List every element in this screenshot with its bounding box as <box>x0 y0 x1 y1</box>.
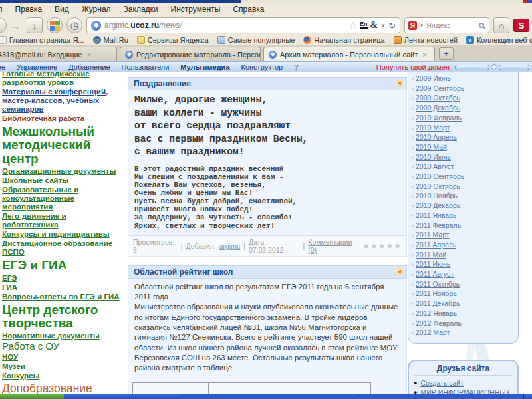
back-button[interactable]: ← <box>0 17 7 33</box>
menu-item[interactable]: Файл <box>0 5 3 14</box>
tab-close-icon[interactable]: × <box>87 51 91 59</box>
sidebar-link[interactable]: Музеи <box>2 362 121 371</box>
archive-link[interactable]: 2009 Декабрь <box>416 104 460 112</box>
archive-link[interactable]: 2010 Декабрь <box>416 201 460 209</box>
tab-archive-materials[interactable]: Архив материалов - Персональный сайт × <box>263 47 435 61</box>
archive-link[interactable]: 2011 Август <box>416 270 454 278</box>
archive-link[interactable]: 2010 Сентябрь <box>416 172 464 180</box>
archive-link[interactable]: 2009 Сентябрь <box>416 84 464 92</box>
admin-menu-item[interactable]: ? <box>294 63 298 71</box>
sidebar-link[interactable]: Нормативные документы <box>2 332 121 340</box>
url-text[interactable]: argimc.ucoz.ru/news/ <box>104 21 345 30</box>
author-link[interactable]: argimc <box>219 242 241 250</box>
menu-item[interactable]: Инструменты <box>171 5 221 14</box>
sidebar-link[interactable]: Школьные сайты <box>2 176 121 185</box>
rating-stars[interactable]: ★★★★★ <box>362 241 402 251</box>
admin-menu-item[interactable]: Управление <box>17 63 57 71</box>
sidebar-link[interactable]: Готовые методические разработки уроков <box>2 72 121 87</box>
admin-menu-item[interactable]: Пользователи <box>122 63 170 71</box>
search-engine-dropdown-icon[interactable]: ▼ <box>419 23 424 29</box>
sidebar-link[interactable]: Библиотечная работа <box>2 114 121 123</box>
translate-extension-icon[interactable]: En <box>360 21 368 29</box>
archive-link[interactable]: 2012 Январь <box>416 309 457 317</box>
bookmark-item[interactable]: e Коллекция веб-фраг... <box>466 36 532 44</box>
admin-menu-item[interactable]: Конструктор <box>241 63 283 71</box>
yandex-icon[interactable]: Я <box>408 21 417 30</box>
reload-icon[interactable]: ↻ <box>388 21 396 31</box>
search-icon[interactable] <box>479 23 484 28</box>
archive-link[interactable]: 2012 Март <box>416 329 450 336</box>
menu-item[interactable]: Правка <box>15 5 43 14</box>
menu-item[interactable]: Справка <box>233 5 264 14</box>
archive-link[interactable]: 2011 Январь <box>416 211 457 219</box>
bookmark-item[interactable]: @ Mail.Ru <box>93 36 128 44</box>
speed-dial-button[interactable] <box>47 17 63 33</box>
archive-link[interactable]: 2009 Июнь <box>416 74 451 82</box>
home-button[interactable]: ⌂ <box>493 17 509 33</box>
sidebar-link[interactable]: Конкурсы и пединициативы <box>2 230 121 239</box>
archive-link[interactable]: 2011 Апрель <box>416 241 456 249</box>
start-button-fragment[interactable] <box>0 394 64 399</box>
download-arrow-button[interactable]: ↓ <box>27 17 43 33</box>
archive-link[interactable]: 2011 Декабрь <box>416 299 460 307</box>
window-controls-fragment[interactable] <box>523 0 532 3</box>
forward-icon[interactable]: → <box>11 20 23 31</box>
sidebar-link[interactable]: Межшкольный методический центр <box>2 125 121 166</box>
bookmark-item[interactable]: Начальная страница <box>303 36 384 44</box>
admin-menu-item[interactable]: Мультимедиа <box>180 63 229 71</box>
search-box[interactable]: Я ▼ Яндекс <box>404 17 489 33</box>
sidebar-link[interactable]: ЕГЭ <box>2 274 121 283</box>
sidebar-link[interactable]: НОУ <box>2 353 121 362</box>
bookmark-star-icon[interactable]: ☆ <box>348 20 357 31</box>
ampersand-extension-icon[interactable]: & <box>370 20 378 31</box>
archive-link[interactable]: 2011 Март <box>416 231 450 239</box>
sidebar-link[interactable]: Дистанционное образование ПСПО <box>2 239 121 257</box>
sidebar-link[interactable]: Допобразование (направления) <box>2 382 121 394</box>
search-input[interactable]: Яндекс <box>426 21 477 29</box>
friend-link[interactable]: Создать сайт <box>420 379 464 388</box>
taskbar-window-button[interactable] <box>180 394 352 399</box>
tab-mail-inbox[interactable]: mc74318@mail.ru: Входящие × <box>0 47 117 61</box>
sidebar-link[interactable]: Образовательные и консультационные мероп… <box>2 186 121 211</box>
bookmark-item[interactable]: Самые популярные <box>217 36 295 44</box>
archive-link[interactable]: 2010 Май <box>416 143 447 151</box>
archive-link[interactable]: 2010 Февраль <box>416 114 462 122</box>
bookmark-item[interactable]: Сервисы Яндекса <box>137 36 209 44</box>
tab-edit-material[interactable]: Редактирование материала - Персона... × <box>120 47 261 61</box>
archive-link[interactable]: 2011 Февраль <box>416 221 461 229</box>
archive-link[interactable]: 2011 Октябрь <box>416 280 460 288</box>
menu-item[interactable]: Закладки <box>124 5 158 14</box>
sidebar-link[interactable]: Конкурсы <box>2 372 121 380</box>
menu-item[interactable]: Журнал <box>82 5 111 14</box>
sidebar-link[interactable]: Центр детского творчества <box>2 303 121 331</box>
collapse-arrow-icon[interactable]: ◄ <box>395 80 404 86</box>
new-tab-button[interactable]: + <box>439 47 454 60</box>
sidebar-link[interactable]: ЕГЭ и ГИА <box>2 259 121 273</box>
sidebar-link[interactable]: Лего-движение и робототехника <box>2 212 121 229</box>
collapse-arrow-icon[interactable]: ◄ <box>395 268 404 275</box>
archive-link[interactable]: 2011 Ноябрь <box>416 289 457 297</box>
archive-link[interactable]: 2010 Апрель <box>416 133 457 141</box>
archive-link[interactable]: 2012 Февраль <box>416 319 462 327</box>
history-button[interactable]: ◷ <box>66 17 82 33</box>
sidebar-link[interactable]: Вопросы-ответы по ЕГЭ и ГИА <box>2 293 121 301</box>
archive-link[interactable]: 2010 Март <box>416 124 450 132</box>
sidebar-link[interactable]: Материалы с конференций, мастер-классов,… <box>2 88 121 114</box>
archive-link[interactable]: 2010 Октябрь <box>416 182 460 190</box>
sidebar-link[interactable]: Работа с ОУ <box>2 341 121 352</box>
sidebar-link[interactable]: ГИА <box>2 283 121 292</box>
archive-link[interactable]: 2010 Ноябрь <box>416 192 458 200</box>
friend-link[interactable]: МИР ИНФОРМАЦИОННЫХ ТЕХНОЛОГИЙ АРГАЯШСКОГ… <box>420 388 513 394</box>
get-domain-link[interactable]: Получить свой домен <box>376 63 450 71</box>
comments-link[interactable]: Комментарии (0) <box>308 238 359 254</box>
bookmark-item[interactable]: Главная страница Я... <box>0 36 84 44</box>
admin-menu-item[interactable]: Общее <box>0 63 5 71</box>
taskbar-window-button[interactable] <box>354 394 524 399</box>
archive-link[interactable]: 2011 Май <box>416 251 446 259</box>
site-identity-icon[interactable] <box>91 21 101 31</box>
url-bar[interactable]: argimc.ucoz.ru/news/ ☆ En & ▼ ↻ <box>86 17 400 33</box>
urlbar-dropdown-icon[interactable]: ▼ <box>380 23 386 29</box>
windows-taskbar-fragment[interactable] <box>0 394 532 399</box>
domain-slider[interactable] <box>455 65 529 70</box>
archive-link[interactable]: 2010 Август <box>416 162 454 170</box>
